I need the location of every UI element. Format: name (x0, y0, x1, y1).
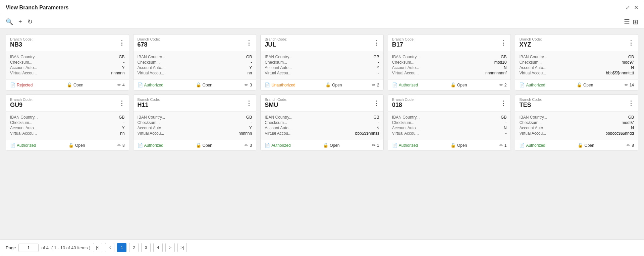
lock-status: Open (584, 143, 594, 148)
field-label: Virtual Accou... (519, 71, 546, 75)
card-header: Branch Code: XYZ ⋮ (515, 35, 638, 51)
card-field-row: Checksum... - (10, 60, 125, 65)
title-bar: View Branch Parameters ⤢ ✕ (0, 0, 644, 15)
lock-item: 🔓 Open (325, 82, 342, 87)
card-JUL: Branch Code: JUL ⋮ IBAN Country... GB Ch… (260, 34, 384, 90)
card-field-row: IBAN Country... GB (519, 55, 634, 59)
grid-view-icon[interactable]: ⊞ (633, 18, 638, 26)
card-field-row: IBAN Country... GB (265, 55, 379, 59)
page-4-button[interactable]: 4 (153, 243, 163, 252)
card-header: Branch Code: JUL ⋮ (261, 35, 383, 51)
card-menu-button[interactable]: ⋮ (628, 39, 634, 47)
search-icon[interactable]: 🔍 (6, 18, 13, 25)
field-label: Checksum... (10, 120, 33, 125)
card-TES: Branch Code: TES ⋮ IBAN Country... GB Ch… (515, 94, 638, 151)
close-icon[interactable]: ✕ (634, 4, 638, 11)
status-item: 📄 Rejected (10, 82, 33, 87)
status-badge: Authorized (399, 143, 418, 148)
card-menu-button[interactable]: ⋮ (119, 39, 125, 47)
field-value: - (414, 120, 506, 125)
card-H11: Branch Code: H11 ⋮ IBAN Country... GB Ch… (133, 94, 257, 151)
card-field-row: Checksum... - (265, 120, 379, 125)
card-body: IBAN Country... GB Checksum... mod97 Acc… (515, 112, 638, 140)
maximize-icon[interactable]: ⤢ (626, 4, 630, 11)
last-page-button[interactable]: >| (177, 243, 187, 252)
field-value: Y (164, 126, 252, 130)
branch-code: XYZ (519, 41, 542, 48)
field-value: mod97 (542, 60, 634, 65)
field-value: nnnnnn (164, 131, 252, 136)
lock-status: Open (457, 83, 467, 87)
status-icon: 📄 (265, 82, 270, 87)
status-icon: 📄 (519, 143, 525, 148)
card-footer: 📄 Authorized 🔓 Open ✏ 8 (6, 140, 129, 150)
card-footer: 📄 Authorized 🔓 Open ✏ 1 (388, 140, 511, 150)
card-menu-button[interactable]: ⋮ (500, 100, 506, 107)
field-value: Y (292, 65, 379, 70)
of-label: of 4 (41, 245, 49, 250)
edit-count: 8 (122, 143, 125, 148)
edit-count: 8 (632, 143, 634, 148)
card-field-row: IBAN Country... GB (138, 115, 252, 120)
toolbar-right: ☰ ⊞ (624, 18, 638, 26)
card-menu-button[interactable]: ⋮ (628, 100, 634, 107)
field-label: Checksum... (265, 120, 287, 125)
field-value: GB (547, 115, 634, 120)
field-value: - (33, 120, 125, 125)
field-value: GB (420, 115, 506, 120)
edit-icon: ✏ (372, 82, 376, 87)
card-field-row: IBAN Country... GB (392, 55, 507, 59)
card-field-row: Virtual Accou... - (392, 131, 507, 136)
card-menu-button[interactable]: ⋮ (500, 39, 506, 47)
card-field-row: Virtual Accou... nnnnnn (10, 71, 125, 75)
edit-count: 2 (504, 83, 507, 87)
page-input[interactable] (18, 244, 39, 252)
field-value: mod10 (414, 60, 506, 65)
refresh-icon[interactable]: ↻ (28, 18, 33, 25)
lock-item: 🔓 Open (67, 82, 83, 87)
card-menu-button[interactable]: ⋮ (373, 39, 379, 47)
branch-code: B17 (392, 41, 415, 48)
edit-icon: ✏ (117, 82, 121, 87)
card-header: Branch Code: 018 ⋮ (388, 95, 511, 112)
card-header: Branch Code: TES ⋮ (515, 95, 638, 112)
field-label: IBAN Country... (265, 115, 292, 120)
next-page-button[interactable]: > (165, 243, 175, 252)
page-1-button[interactable]: 1 (117, 243, 126, 252)
edit-icon: ✏ (245, 82, 248, 87)
page-2-button[interactable]: 2 (129, 243, 139, 252)
page-3-button[interactable]: 3 (141, 243, 151, 252)
field-value: GB (165, 115, 252, 120)
status-badge: Authorized (399, 83, 418, 87)
branch-label: Branch Code: (265, 37, 287, 41)
field-label: Checksum... (519, 60, 542, 65)
list-view-icon[interactable]: ☰ (624, 18, 630, 26)
field-value: bbbccc$$$nndd (546, 131, 634, 136)
field-label: Virtual Accou... (10, 131, 37, 136)
card-field-row: Account Auto... N (519, 65, 634, 70)
main-content: Branch Code: NB3 ⋮ IBAN Country... GB Ch… (0, 29, 644, 239)
lock-item: 🔓 Open (577, 82, 593, 87)
field-value: - (160, 120, 252, 125)
branch-label: Branch Code: (10, 37, 33, 41)
card-menu-button[interactable]: ⋮ (373, 100, 379, 107)
card-menu-button[interactable]: ⋮ (246, 100, 252, 107)
count-item: ✏ 4 (117, 82, 125, 87)
first-page-button[interactable]: |< (93, 243, 102, 252)
lock-item: 🔓 Open (196, 143, 212, 148)
field-value: bbb$$$nnnnttttt (546, 71, 634, 75)
edit-count: 3 (250, 83, 252, 87)
card-menu-button[interactable]: ⋮ (119, 100, 125, 107)
card-field-row: Virtual Accou... bbb$$$nnnss (265, 131, 379, 136)
field-label: Account Auto... (138, 65, 165, 70)
field-label: IBAN Country... (138, 115, 165, 120)
add-icon[interactable]: + (18, 18, 22, 25)
field-label: Virtual Accou... (265, 71, 291, 75)
card-menu-button[interactable]: ⋮ (246, 39, 252, 47)
field-label: Virtual Accou... (10, 71, 37, 75)
branch-label: Branch Code: (519, 37, 542, 41)
prev-page-button[interactable]: < (105, 243, 114, 252)
card-field-row: IBAN Country... GB (519, 115, 634, 120)
card-field-row: IBAN Country... GB (10, 55, 125, 59)
status-icon: 📄 (392, 82, 397, 87)
